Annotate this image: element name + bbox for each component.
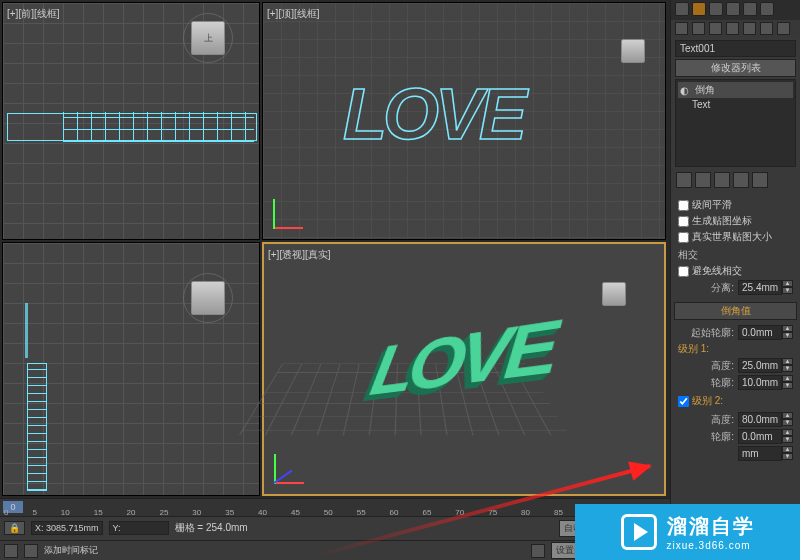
l2-height-spinner[interactable]: 80.0mm▲▼ — [738, 412, 793, 427]
start-outline-spinner[interactable]: 0.0mm▲▼ — [738, 325, 793, 340]
timeline[interactable]: 0 05101520253035404550556065707580859095… — [0, 499, 670, 517]
l1-height-spinner[interactable]: 25.0mm▲▼ — [738, 358, 793, 373]
make-unique-icon[interactable] — [714, 172, 730, 188]
command-panel: Text001 修改器列表 ◐ 倒角 Text 级间平滑 生成贴图坐标 真实世界… — [670, 0, 800, 560]
grid-readout: 栅格 = 254.0mm — [175, 521, 248, 535]
hierarchy-tab[interactable] — [709, 2, 723, 16]
rollout-surface: 级间平滑 生成贴图坐标 真实世界贴图大小 相交 避免线相交 分离: 25.4mm… — [674, 193, 797, 300]
love-text-wireframe[interactable]: LOVE — [343, 73, 523, 155]
axis-gizmo — [273, 189, 313, 229]
watermark-title: 溜溜自学 — [667, 513, 755, 540]
viewport-label[interactable]: [+][透视][真实] — [268, 248, 331, 262]
object-wireframe[interactable] — [25, 303, 28, 358]
modifier-stack[interactable]: ◐ 倒角 Text — [675, 79, 796, 167]
real-world-map-checkbox[interactable]: 真实世界贴图大小 — [678, 230, 793, 244]
coord-y[interactable]: Y: — [109, 521, 169, 535]
utilities-tab[interactable] — [760, 2, 774, 16]
icon[interactable] — [692, 22, 705, 35]
l2-outline-label: 轮廓: — [678, 430, 734, 444]
panel-tabs — [671, 0, 800, 20]
viewport-label[interactable]: [+][顶][线框] — [267, 7, 320, 21]
icon[interactable] — [777, 22, 790, 35]
separation-label: 分离: — [678, 281, 734, 295]
watermark: 溜溜自学 zixue.3d66.com — [575, 504, 800, 560]
axis-gizmo — [274, 444, 314, 484]
extra-spinner[interactable]: mm▲▼ — [738, 446, 793, 461]
l1-height-label: 高度: — [678, 359, 734, 373]
coord-x[interactable]: X: 3085.715mm — [31, 521, 103, 535]
spinner-down-icon[interactable]: ▼ — [782, 287, 793, 294]
remove-modifier-icon[interactable] — [733, 172, 749, 188]
pin-stack-icon[interactable] — [676, 172, 692, 188]
play-icon — [621, 514, 657, 550]
viewport-perspective[interactable]: [+][透视][真实] LOVE — [262, 242, 666, 496]
lock-icon[interactable]: 🔒 — [4, 521, 25, 535]
modifier-list-dropdown[interactable]: 修改器列表 — [675, 59, 796, 77]
l1-outline-label: 轮廓: — [678, 376, 734, 390]
rollout-bevel-values: 倒角值 起始轮廓: 0.0mm▲▼ 级别 1: 高度: 25.0mm▲▼ 轮廓:… — [674, 302, 797, 466]
viewport-left[interactable] — [2, 242, 260, 496]
modify-tab[interactable] — [692, 2, 706, 16]
avoid-line-intersect-checkbox[interactable]: 避免线相交 — [678, 264, 793, 278]
key-icon[interactable] — [531, 544, 545, 558]
icon[interactable] — [709, 22, 722, 35]
level2-checkbox[interactable]: 级别 2: — [678, 392, 793, 410]
l2-outline-spinner[interactable]: 0.0mm▲▼ — [738, 429, 793, 444]
object-wireframe[interactable] — [7, 113, 257, 141]
add-time-tag-button[interactable]: 添加时间标记 — [44, 544, 98, 557]
object-name-field[interactable]: Text001 — [675, 40, 796, 57]
viewcube[interactable]: 上 — [183, 13, 233, 63]
smooth-between-levels-checkbox[interactable]: 级间平滑 — [678, 198, 793, 212]
modifier-bevel[interactable]: ◐ 倒角 — [678, 82, 793, 98]
l2-height-label: 高度: — [678, 413, 734, 427]
lock-icon[interactable] — [24, 544, 38, 558]
timeline-bar: 0 05101520253035404550556065707580859095… — [0, 498, 670, 540]
display-tab[interactable] — [743, 2, 757, 16]
rollout-header[interactable]: 倒角值 — [674, 302, 797, 320]
separation-spinner[interactable]: 25.4mm ▲▼ — [738, 280, 793, 295]
object-wireframe[interactable] — [27, 363, 47, 491]
panel-category-icons — [671, 20, 800, 38]
show-result-icon[interactable] — [695, 172, 711, 188]
watermark-url: zixue.3d66.com — [667, 540, 755, 551]
viewcube[interactable] — [613, 31, 653, 71]
start-outline-label: 起始轮廓: — [678, 326, 734, 340]
modifier-stack-toolbar — [671, 169, 800, 191]
motion-tab[interactable] — [726, 2, 740, 16]
icon[interactable] — [726, 22, 739, 35]
generate-mapping-checkbox[interactable]: 生成贴图坐标 — [678, 214, 793, 228]
icon[interactable] — [743, 22, 756, 35]
spinner-up-icon[interactable]: ▲ — [782, 280, 793, 287]
modifier-text[interactable]: Text — [678, 98, 793, 111]
icon[interactable] — [675, 22, 688, 35]
viewcube[interactable] — [594, 274, 634, 314]
viewport-top[interactable]: [+][顶][线框] LOVE — [262, 2, 666, 240]
script-icon[interactable] — [4, 544, 18, 558]
create-tab[interactable] — [675, 2, 689, 16]
viewport-front[interactable]: [+][前][线框] 上 — [2, 2, 260, 240]
configure-sets-icon[interactable] — [752, 172, 768, 188]
icon[interactable] — [760, 22, 773, 35]
intersect-heading: 相交 — [678, 248, 793, 262]
timeline-ticks: 0510152025303540455055606570758085909510… — [0, 508, 670, 516]
level1-label: 级别 1: — [678, 342, 793, 356]
l1-outline-spinner[interactable]: 10.0mm▲▼ — [738, 375, 793, 390]
viewcube[interactable] — [183, 273, 233, 323]
viewport-label[interactable]: [+][前][线框] — [7, 7, 60, 21]
